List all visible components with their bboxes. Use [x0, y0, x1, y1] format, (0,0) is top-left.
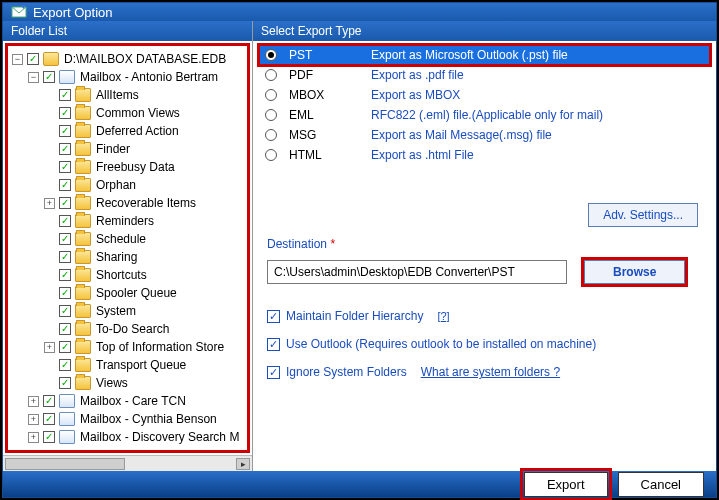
checkbox[interactable]: ✓	[43, 395, 55, 407]
spacer	[44, 378, 55, 389]
checkbox[interactable]: ✓	[59, 287, 71, 299]
tree-folder[interactable]: ✓Schedule	[44, 230, 146, 248]
tree-folder[interactable]: ✓AllItems	[44, 86, 139, 104]
radio-button[interactable]	[265, 149, 277, 161]
folder-icon	[75, 124, 91, 138]
tree-folder[interactable]: ✓Views	[44, 374, 128, 392]
export-button[interactable]: Export	[524, 472, 608, 497]
use-outlook-row: ✓ Use Outlook (Requires outlook to be in…	[267, 337, 698, 351]
radio-button[interactable]	[265, 109, 277, 121]
tree-root[interactable]: −✓D:\MAILBOX DATABASE.EDB	[12, 50, 226, 68]
checkbox[interactable]: ✓	[59, 89, 71, 101]
tree-folder[interactable]: ✓To-Do Search	[44, 320, 169, 338]
tree-folder[interactable]: ✓Orphan	[44, 176, 136, 194]
destination-input[interactable]	[267, 260, 567, 284]
expand-icon[interactable]: +	[44, 342, 55, 353]
export-type-html[interactable]: HTMLExport as .html File	[259, 145, 710, 165]
checkbox[interactable]: ✓	[59, 179, 71, 191]
tree-mailbox[interactable]: +✓Mailbox - Discovery Search M	[28, 428, 239, 446]
folder-tree[interactable]: −✓D:\MAILBOX DATABASE.EDB −✓Mailbox - An…	[5, 43, 250, 453]
adv-settings-button[interactable]: Adv. Settings...	[588, 203, 698, 227]
tree-mailbox[interactable]: −✓Mailbox - Antonio Bertram	[28, 68, 218, 86]
checkbox[interactable]: ✓	[267, 310, 280, 323]
checkbox[interactable]: ✓	[59, 323, 71, 335]
tree-folder[interactable]: ✓Freebusy Data	[44, 158, 175, 176]
checkbox[interactable]: ✓	[59, 233, 71, 245]
tree-folder[interactable]: ✓Common Views	[44, 104, 180, 122]
checkbox[interactable]: ✓	[59, 107, 71, 119]
tree-label: Top of Information Store	[95, 338, 224, 356]
checkbox[interactable]: ✓	[59, 161, 71, 173]
folder-icon	[75, 142, 91, 156]
checkbox-label: Maintain Folder Hierarchy	[286, 309, 423, 323]
tree-folder[interactable]: ✓Spooler Queue	[44, 284, 177, 302]
tree-folder[interactable]: ✓Transport Queue	[44, 356, 186, 374]
tree-mailbox[interactable]: +✓Mailbox - Cynthia Benson	[28, 410, 217, 428]
export-type-msg[interactable]: MSGExport as Mail Message(.msg) file	[259, 125, 710, 145]
spacer	[44, 324, 55, 335]
browse-button[interactable]: Browse	[584, 260, 685, 284]
tree-folder[interactable]: ✓System	[44, 302, 136, 320]
spacer	[44, 234, 55, 245]
ignore-system-folders-row: ✓ Ignore System Folders What are system …	[267, 365, 698, 379]
radio-button[interactable]	[265, 89, 277, 101]
checkbox[interactable]: ✓	[59, 341, 71, 353]
tree-folder[interactable]: +✓Top of Information Store	[44, 338, 224, 356]
export-type-eml[interactable]: EMLRFC822 (.eml) file.(Applicable only f…	[259, 105, 710, 125]
help-link[interactable]: [?]	[437, 310, 449, 322]
tree-label: Recoverable Items	[95, 194, 196, 212]
export-type-pdf[interactable]: PDFExport as .pdf file	[259, 65, 710, 85]
spacer	[44, 126, 55, 137]
checkbox[interactable]: ✓	[59, 197, 71, 209]
horizontal-scrollbar[interactable]: ▸	[3, 455, 252, 471]
cancel-button[interactable]: Cancel	[618, 472, 704, 497]
tree-folder[interactable]: ✓Finder	[44, 140, 130, 158]
folder-icon	[75, 214, 91, 228]
collapse-icon[interactable]: −	[12, 54, 23, 65]
system-folders-link[interactable]: What are system folders ?	[421, 365, 560, 379]
checkbox[interactable]: ✓	[59, 269, 71, 281]
radio-button[interactable]	[265, 69, 277, 81]
tree-folder[interactable]: ✓Sharing	[44, 248, 137, 266]
checkbox[interactable]: ✓	[59, 251, 71, 263]
export-type-pst[interactable]: PSTExport as Microsoft Outlook (.pst) fi…	[259, 45, 710, 65]
checkbox[interactable]: ✓	[27, 53, 39, 65]
tree-folder[interactable]: ✓Reminders	[44, 212, 154, 230]
checkbox[interactable]: ✓	[59, 359, 71, 371]
expand-icon[interactable]: +	[28, 414, 39, 425]
scroll-thumb[interactable]	[5, 458, 125, 470]
folder-list-panel: Folder List −✓D:\MAILBOX DATABASE.EDB −✓…	[3, 21, 253, 471]
tree-label: Mailbox - Discovery Search M	[79, 428, 239, 446]
checkbox[interactable]: ✓	[59, 215, 71, 227]
checkbox[interactable]: ✓	[43, 413, 55, 425]
checkbox[interactable]: ✓	[59, 125, 71, 137]
radio-button[interactable]	[265, 129, 277, 141]
checkbox[interactable]: ✓	[267, 366, 280, 379]
checkbox[interactable]: ✓	[267, 338, 280, 351]
tree-folder[interactable]: ✓Deferred Action	[44, 122, 179, 140]
checkbox[interactable]: ✓	[59, 143, 71, 155]
checkbox[interactable]: ✓	[43, 71, 55, 83]
expand-icon[interactable]: +	[28, 396, 39, 407]
export-type-list: PSTExport as Microsoft Outlook (.pst) fi…	[253, 41, 716, 167]
tree-label: Common Views	[95, 104, 180, 122]
checkbox[interactable]: ✓	[43, 431, 55, 443]
spacer	[44, 162, 55, 173]
tree-label: Reminders	[95, 212, 154, 230]
destination-label: Destination	[267, 237, 327, 251]
tree-folder[interactable]: +✓Recoverable Items	[44, 194, 196, 212]
footer: Export Cancel	[3, 471, 716, 497]
export-type-mbox[interactable]: MBOXExport as MBOX	[259, 85, 710, 105]
tree-label: Shortcuts	[95, 266, 147, 284]
collapse-icon[interactable]: −	[28, 72, 39, 83]
radio-button[interactable]	[265, 49, 277, 61]
checkbox[interactable]: ✓	[59, 305, 71, 317]
folder-icon	[75, 268, 91, 282]
tree-folder[interactable]: ✓Shortcuts	[44, 266, 147, 284]
checkbox[interactable]: ✓	[59, 377, 71, 389]
scroll-right-icon[interactable]: ▸	[236, 458, 250, 470]
tree-mailbox[interactable]: +✓Mailbox - Care TCN	[28, 392, 186, 410]
folder-icon	[75, 88, 91, 102]
expand-icon[interactable]: +	[28, 432, 39, 443]
expand-icon[interactable]: +	[44, 198, 55, 209]
